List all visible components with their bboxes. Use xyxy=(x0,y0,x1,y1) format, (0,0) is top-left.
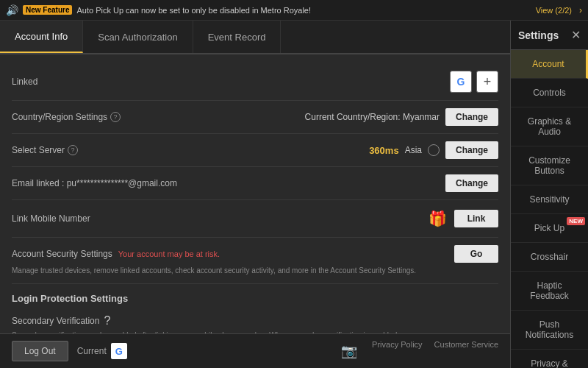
mobile-label: Link Mobile Number xyxy=(12,213,144,224)
tab-scan-authorization[interactable]: Scan Authorization xyxy=(83,21,193,53)
country-current-label: Current Country/Region: Myanmar xyxy=(305,112,440,122)
logout-button[interactable]: Log Out xyxy=(12,341,68,361)
notif-view-label[interactable]: View (2/2) xyxy=(536,6,572,15)
sidebar-item-controls[interactable]: Controls xyxy=(511,79,588,107)
tab-bar: Account Info Scan Authorization Event Re… xyxy=(0,21,510,54)
country-change-button[interactable]: Change xyxy=(445,108,498,126)
server-radio[interactable] xyxy=(428,144,440,156)
google-letter: G xyxy=(457,76,465,88)
security-warning: Your account may be at risk. xyxy=(118,250,220,258)
current-google-icon: G xyxy=(111,343,127,359)
mobile-right: 🎁 Link xyxy=(144,208,498,230)
linked-label: Linked xyxy=(12,77,144,87)
content-area: Linked G + Country/Region Settings xyxy=(0,54,510,333)
customer-service-icon[interactable]: 📷 xyxy=(338,340,360,362)
sidebar-item-crosshair[interactable]: Crosshair xyxy=(511,243,588,272)
bottom-bar: Log Out Current G 📷 Privacy Policy Custo… xyxy=(0,333,510,368)
email-change-button[interactable]: Change xyxy=(445,174,498,192)
country-region-row: Country/Region Settings ? Current Countr… xyxy=(12,101,498,134)
current-account-label: Current G xyxy=(77,343,127,359)
speaker-icon: 🔊 xyxy=(6,4,18,16)
server-help-icon[interactable]: ? xyxy=(68,145,78,155)
main-layout: Account Info Scan Authorization Event Re… xyxy=(0,21,588,368)
right-sidebar: Settings ✕ Account Controls Graphics & A… xyxy=(510,21,588,368)
pickup-new-badge: NEW xyxy=(567,217,585,225)
linked-icons-group: G + xyxy=(144,71,498,93)
linked-row: Linked G + xyxy=(12,63,498,101)
mobile-link-button[interactable]: Link xyxy=(454,210,498,227)
notif-chevron-icon[interactable]: › xyxy=(579,5,582,15)
new-feature-badge: New Feature xyxy=(23,5,72,15)
tab-account-info[interactable]: Account Info xyxy=(0,21,83,53)
secondary-verification-row: Secondary Verification ? Secondary verif… xyxy=(12,310,498,333)
country-right: Current Country/Region: Myanmar Change xyxy=(144,108,498,126)
notif-text: Auto Pick Up can now be set to only be d… xyxy=(76,6,531,15)
customer-service-link[interactable]: Customer Service xyxy=(434,340,498,362)
login-protection-header: Login Protection Settings xyxy=(12,284,498,310)
secondary-help-icon[interactable]: ? xyxy=(104,314,110,328)
server-region: Asia xyxy=(405,145,422,155)
server-change-button[interactable]: Change xyxy=(445,141,498,159)
server-right: 360ms Asia Change xyxy=(144,141,498,159)
close-icon[interactable]: ✕ xyxy=(571,28,581,42)
email-right: Change xyxy=(232,174,498,192)
sidebar-item-privacy-social[interactable]: Privacy & Social xyxy=(511,350,588,368)
gift-icon: 🎁 xyxy=(426,208,448,230)
sidebar-item-sensitivity[interactable]: Sensitivity xyxy=(511,185,588,214)
sidebar-item-pickup[interactable]: Pick Up NEW xyxy=(511,214,588,243)
left-panel: Account Info Scan Authorization Event Re… xyxy=(0,21,510,368)
mobile-row: Link Mobile Number 🎁 Link xyxy=(12,200,498,238)
secondary-top: Secondary Verification ? xyxy=(12,314,498,328)
security-go-button[interactable]: Go xyxy=(454,245,498,263)
security-row: Account Security Settings Your account m… xyxy=(12,238,498,284)
add-account-icon[interactable]: + xyxy=(476,71,498,93)
security-label: Account Security Settings xyxy=(12,249,112,259)
settings-header: Settings ✕ xyxy=(511,21,588,50)
server-label: Select Server ? xyxy=(12,145,144,155)
privacy-policy-link[interactable]: Privacy Policy xyxy=(372,340,422,362)
sidebar-item-haptic-feedback[interactable]: Haptic Feedback xyxy=(511,272,588,311)
sidebar-item-account[interactable]: Account xyxy=(511,50,588,79)
email-row: Email linked : pu***************@gmail.c… xyxy=(12,167,498,200)
sidebar-item-push-notifications[interactable]: Push Notifications xyxy=(511,311,588,350)
settings-title: Settings xyxy=(518,29,559,41)
plus-icon: + xyxy=(484,74,492,90)
sidebar-item-graphics-audio[interactable]: Graphics & Audio xyxy=(511,107,588,146)
security-label-group: Account Security Settings Your account m… xyxy=(12,249,220,259)
notification-bar: 🔊 New Feature Auto Pick Up can now be se… xyxy=(0,0,588,21)
email-label: Email linked : pu***************@gmail.c… xyxy=(12,178,232,188)
country-help-icon[interactable]: ? xyxy=(110,112,121,122)
google-linked-icon[interactable]: G xyxy=(450,71,472,93)
sidebar-item-customize-buttons[interactable]: Customize Buttons xyxy=(511,146,588,185)
bottom-links: 📷 Privacy Policy Customer Service xyxy=(338,340,498,362)
security-top: Account Security Settings Your account m… xyxy=(12,245,498,263)
tab-event-record[interactable]: Event Record xyxy=(193,21,282,53)
country-label: Country/Region Settings ? xyxy=(12,112,144,122)
server-ping: 360ms xyxy=(369,145,399,156)
security-desc: Manage trusted devices, remove linked ac… xyxy=(12,266,498,276)
secondary-label: Secondary Verification xyxy=(12,316,99,326)
server-row: Select Server ? 360ms Asia Change xyxy=(12,134,498,167)
linked-icons: G + xyxy=(450,71,498,93)
